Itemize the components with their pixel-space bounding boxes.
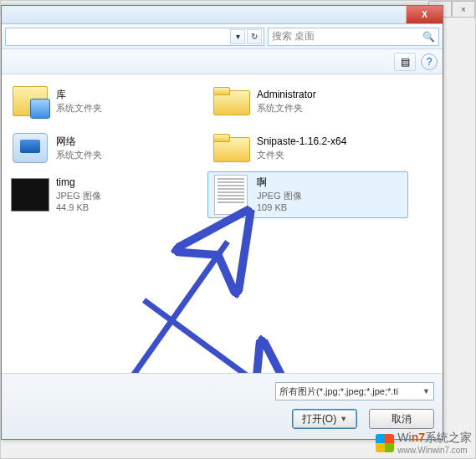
folder-icon bbox=[212, 82, 250, 120]
navigation-bar: ▾ ↻ 搜索 桌面 🔍 bbox=[2, 24, 443, 49]
file-type-filter[interactable]: 所有图片(*.jpg;*.jpeg;*.jpe;*.ti ▼ bbox=[275, 382, 434, 400]
refresh-icon[interactable]: ↻ bbox=[247, 29, 262, 44]
windows-logo-icon bbox=[376, 434, 394, 452]
network-icon bbox=[11, 129, 49, 167]
file-item-meta: 啊JPEG 图像109 KB bbox=[257, 176, 302, 213]
file-item-type: 文件夹 bbox=[257, 149, 346, 161]
toolbar: ▤ ? bbox=[2, 49, 443, 74]
dialog-close-button[interactable]: X bbox=[406, 6, 443, 23]
search-placeholder: 搜索 桌面 bbox=[272, 29, 315, 43]
file-item-size: 44.9 KB bbox=[56, 201, 101, 213]
file-item-type: JPEG 图像 bbox=[257, 190, 302, 201]
file-item-size: 109 KB bbox=[257, 201, 302, 213]
dialog-titlebar: X bbox=[2, 6, 443, 24]
parent-close-button[interactable]: × bbox=[452, 1, 475, 18]
file-item-name: 网络 bbox=[56, 135, 102, 149]
open-button-label: 打开(O) bbox=[302, 412, 336, 426]
file-item[interactable]: 库系统文件夹 bbox=[7, 78, 207, 125]
dialog-buttons: 打开(O) ▼ 取消 bbox=[292, 409, 434, 429]
file-item-meta: Snipaste-1.16.2-x64文件夹 bbox=[257, 135, 346, 161]
file-open-dialog: X ▾ ↻ 搜索 桌面 🔍 ▤ ? 库系统文件夹Administrator系统文… bbox=[1, 5, 443, 440]
watermark-brand: Win7系统之家 bbox=[397, 431, 472, 444]
image-thumbnail-icon bbox=[11, 176, 49, 214]
dialog-footer: 所有图片(*.jpg;*.jpeg;*.jpe;*.ti ▼ 打开(O) ▼ 取… bbox=[2, 373, 443, 439]
file-item[interactable]: 网络系统文件夹 bbox=[7, 125, 207, 171]
file-item-meta: 网络系统文件夹 bbox=[56, 135, 102, 161]
chevron-down-icon: ▼ bbox=[340, 415, 347, 423]
breadcrumb[interactable]: ▾ ↻ bbox=[5, 28, 264, 46]
file-item-type: 系统文件夹 bbox=[56, 102, 102, 114]
file-item-name: timg bbox=[56, 176, 101, 190]
breadcrumb-dropdown-icon[interactable]: ▾ bbox=[230, 29, 245, 44]
document-thumbnail-icon bbox=[212, 176, 250, 214]
file-item-type: 系统文件夹 bbox=[257, 102, 316, 114]
file-type-filter-text: 所有图片(*.jpg;*.jpeg;*.jpe;*.ti bbox=[279, 385, 398, 398]
file-item-name: 库 bbox=[56, 89, 102, 102]
file-item-name: Snipaste-1.16.2-x64 bbox=[257, 135, 346, 149]
file-item-name: Administrator bbox=[257, 89, 316, 102]
watermark-url: www.Winwin7.com bbox=[397, 446, 472, 455]
cancel-button[interactable]: 取消 bbox=[369, 409, 434, 429]
folder-icon bbox=[212, 129, 250, 167]
library-icon bbox=[11, 82, 49, 120]
chevron-down-icon: ▼ bbox=[422, 387, 430, 395]
file-item-meta: 库系统文件夹 bbox=[56, 89, 102, 114]
watermark: Win7系统之家 www.Winwin7.com bbox=[376, 431, 472, 455]
file-item-type: 系统文件夹 bbox=[56, 149, 102, 161]
file-list[interactable]: 库系统文件夹Administrator系统文件夹网络系统文件夹Snipaste-… bbox=[2, 74, 443, 373]
file-item-name: 啊 bbox=[257, 176, 302, 190]
search-input[interactable]: 搜索 桌面 🔍 bbox=[268, 28, 439, 46]
open-button[interactable]: 打开(O) ▼ bbox=[292, 409, 357, 429]
file-item-meta: Administrator系统文件夹 bbox=[257, 89, 316, 114]
file-item[interactable]: 啊JPEG 图像109 KB bbox=[207, 171, 408, 218]
file-item-type: JPEG 图像 bbox=[56, 190, 101, 201]
view-mode-button[interactable]: ▤ bbox=[394, 53, 416, 71]
file-item[interactable]: Snipaste-1.16.2-x64文件夹 bbox=[207, 125, 408, 171]
file-item-meta: timgJPEG 图像44.9 KB bbox=[56, 176, 101, 213]
file-item[interactable]: Administrator系统文件夹 bbox=[207, 78, 408, 125]
svg-line-0 bbox=[127, 242, 228, 373]
svg-line-1 bbox=[144, 300, 269, 373]
search-icon: 🔍 bbox=[422, 31, 435, 43]
help-button[interactable]: ? bbox=[421, 54, 438, 70]
file-item[interactable]: timgJPEG 图像44.9 KB bbox=[7, 171, 207, 218]
